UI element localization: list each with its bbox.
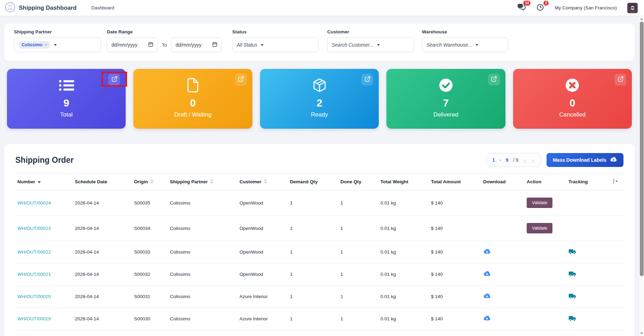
customer-cell: Azure Interior bbox=[237, 330, 288, 336]
mass-download-labels-button[interactable]: Mass Download Labels bbox=[547, 153, 623, 167]
tracking-button[interactable] bbox=[568, 249, 576, 256]
column-label: Done Qty bbox=[340, 179, 361, 184]
download-label-button[interactable] bbox=[483, 293, 491, 300]
table-row: WH/OUT/000232026-04-14S00034ColissimoOpe… bbox=[15, 216, 625, 241]
cloud-download-icon bbox=[483, 248, 491, 256]
column-options-button[interactable] bbox=[610, 174, 625, 190]
orders-table-body: WH/OUT/000242026-04-14S00035ColissimoOpe… bbox=[15, 190, 625, 336]
scrollbar-thumb[interactable] bbox=[640, 22, 644, 276]
list-icon bbox=[58, 78, 74, 93]
partner-tag: Colissimo × bbox=[18, 41, 50, 49]
company-switcher[interactable]: My Company (San Francisco) bbox=[555, 5, 617, 10]
column-label: Origin bbox=[134, 179, 148, 184]
date-to-input[interactable]: dd/mm/yyyy bbox=[171, 38, 222, 52]
tracking-button[interactable] bbox=[568, 315, 576, 322]
pager-previous-button[interactable]: ‹ bbox=[523, 157, 527, 164]
order-number-link[interactable]: WH/OUT/00022 bbox=[17, 249, 51, 255]
column-label: Number bbox=[17, 179, 35, 184]
origin-cell: S00032 bbox=[132, 263, 168, 286]
truck-icon bbox=[568, 249, 576, 256]
column-header-download: Download bbox=[481, 174, 525, 190]
avatar[interactable] bbox=[627, 3, 638, 13]
shipping-partner-select[interactable]: Colissimo × bbox=[14, 38, 101, 52]
table-row: WH/OUT/000242026-04-14S00035ColissimoOpe… bbox=[15, 190, 625, 216]
options-cell-empty bbox=[610, 330, 625, 336]
date-to-value: dd/mm/yyyy bbox=[175, 42, 202, 48]
stat-card-delivered[interactable]: 7 Delivered bbox=[386, 69, 505, 129]
external-link-button[interactable] bbox=[108, 74, 120, 86]
order-number-link[interactable]: WH/OUT/00019 bbox=[17, 316, 51, 321]
stat-card-total[interactable]: 9 Total bbox=[7, 69, 126, 129]
total-weight-cell: 0.01 kg bbox=[378, 286, 429, 308]
date-from-input[interactable]: dd/mm/yyyy bbox=[107, 38, 158, 52]
sort-icon bbox=[150, 179, 154, 185]
validate-button[interactable]: Validate bbox=[527, 223, 552, 233]
download-label-button[interactable] bbox=[483, 248, 491, 256]
table-row: WH/OUT/000182026-04-14S00029ColissimoAzu… bbox=[15, 330, 625, 336]
column-header-origin[interactable]: Origin bbox=[132, 174, 168, 190]
filter-panel: Shipping Partner Colissimo × Date Range … bbox=[4, 24, 635, 61]
clock-icon bbox=[536, 3, 544, 13]
odoo-logo-icon[interactable]: odoo bbox=[5, 2, 15, 14]
stat-card-cancelled[interactable]: 0 Cancelled bbox=[513, 69, 632, 129]
done-qty-cell: 1 bbox=[338, 263, 378, 286]
done-qty-cell: 1 bbox=[338, 308, 378, 330]
schedule-date-cell: 2026-04-14 bbox=[73, 241, 132, 263]
total-amount-cell: $ 140 bbox=[429, 190, 481, 216]
column-header-number[interactable]: Number bbox=[15, 174, 73, 190]
tracking-cell-empty bbox=[566, 190, 610, 216]
total-amount-cell: $ 140 bbox=[429, 308, 481, 330]
cube-icon bbox=[312, 78, 327, 93]
column-header-customer[interactable]: Customer bbox=[237, 174, 288, 190]
warehouse-select[interactable]: Search Warehouse... bbox=[422, 38, 508, 52]
order-number-link[interactable]: WH/OUT/00021 bbox=[17, 272, 51, 277]
order-number-link[interactable]: WH/OUT/00024 bbox=[17, 200, 51, 206]
done-qty-cell: 1 bbox=[338, 190, 378, 216]
table-row: WH/OUT/000212026-04-14S00032ColissimoOpe… bbox=[15, 263, 625, 286]
column-header-shipping-partner[interactable]: Shipping Partner bbox=[168, 174, 237, 190]
menu-dashboard[interactable]: Dashboard bbox=[91, 5, 114, 10]
demand-qty-cell: 1 bbox=[288, 216, 338, 241]
vertical-scrollbar[interactable] bbox=[639, 16, 644, 336]
validate-button[interactable]: Validate bbox=[527, 198, 552, 208]
file-icon bbox=[187, 78, 199, 93]
pager-next-button[interactable]: › bbox=[531, 157, 535, 164]
pager-start[interactable]: 1 bbox=[492, 157, 495, 163]
messages-button[interactable]: 14 bbox=[517, 3, 526, 12]
remove-tag-icon[interactable]: × bbox=[45, 42, 47, 47]
activities-button[interactable]: 2 bbox=[536, 3, 544, 13]
order-number-link[interactable]: WH/OUT/00020 bbox=[17, 294, 51, 299]
done-qty-cell: 1 bbox=[338, 330, 378, 336]
total-amount-cell: $ 140 bbox=[429, 241, 481, 263]
order-number-link[interactable]: WH/OUT/00023 bbox=[17, 226, 51, 231]
scroll-down-arrow[interactable] bbox=[639, 331, 644, 335]
truck-icon bbox=[568, 271, 576, 278]
tracking-button[interactable] bbox=[568, 271, 576, 278]
customer-select[interactable]: Search Customer... bbox=[327, 38, 414, 52]
total-weight-cell: 0.01 kg bbox=[378, 216, 429, 241]
x-circle-icon bbox=[565, 78, 580, 93]
status-select[interactable]: All Status bbox=[232, 38, 319, 52]
stat-card-draft-waiting[interactable]: 0 Draft / Waiting bbox=[133, 69, 252, 129]
external-link-button[interactable] bbox=[488, 74, 500, 86]
tracking-button[interactable] bbox=[568, 293, 576, 300]
external-link-icon bbox=[111, 76, 118, 83]
download-label-button[interactable] bbox=[483, 315, 491, 322]
external-link-button[interactable] bbox=[361, 74, 373, 86]
scroll-up-arrow[interactable] bbox=[639, 17, 644, 21]
column-header-tracking: Tracking bbox=[566, 174, 610, 190]
date-separator: To bbox=[162, 42, 167, 48]
table-row: WH/OUT/000192026-04-14S00030ColissimoAzu… bbox=[15, 308, 625, 330]
origin-cell: S00034 bbox=[132, 216, 168, 241]
external-link-button[interactable] bbox=[235, 74, 247, 86]
column-label: Schedule Date bbox=[75, 179, 107, 184]
external-link-icon bbox=[490, 76, 497, 83]
download-label-button[interactable] bbox=[483, 271, 491, 278]
shipping-partner-cell: Colissimo bbox=[168, 241, 237, 263]
pager-end[interactable]: 9 bbox=[506, 157, 509, 163]
external-link-button[interactable] bbox=[614, 74, 626, 86]
orders-table-head-row: NumberSchedule DateOriginShipping Partne… bbox=[15, 174, 625, 190]
total-weight-cell: 0.01 kg bbox=[378, 308, 429, 330]
stat-card-ready[interactable]: 2 Ready bbox=[260, 69, 379, 129]
demand-qty-cell: 1 bbox=[288, 241, 338, 263]
